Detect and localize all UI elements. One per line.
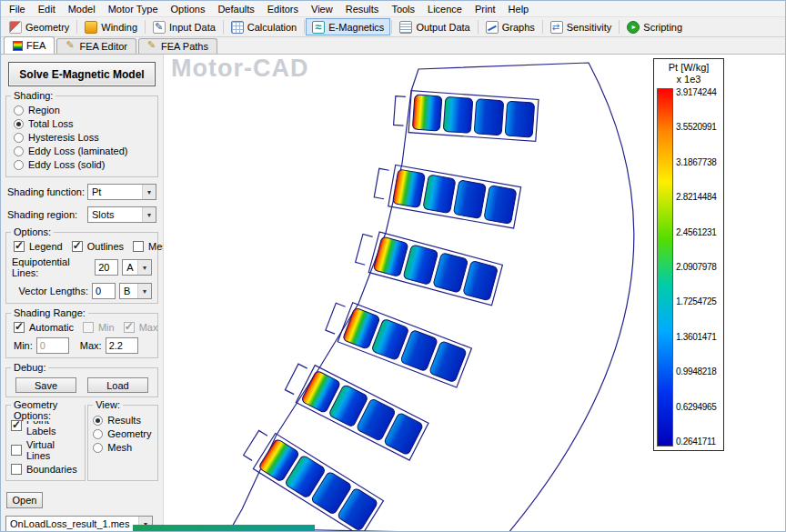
tab-winding[interactable]: Winding [78, 18, 144, 35]
shading-function-select[interactable]: Pt ▾ [87, 184, 156, 200]
radio-indicator[interactable] [93, 443, 103, 453]
radio-label: Eddy Loss (laminated) [28, 146, 127, 156]
radio-region[interactable]: Region [14, 105, 150, 115]
tab-graphs[interactable]: Graphs [479, 18, 541, 35]
max-input[interactable] [106, 337, 138, 354]
menu-tools[interactable]: Tools [385, 2, 421, 16]
radio-label: Eddy Loss (solid) [28, 159, 105, 170]
checkbox-indicator[interactable] [14, 241, 25, 252]
menu-options[interactable]: Options [165, 2, 212, 16]
radio-total-loss[interactable]: Total Loss [14, 118, 150, 129]
load-button[interactable]: Load [87, 377, 148, 393]
radio-indicator[interactable] [93, 429, 103, 439]
checkbox-indicator[interactable] [72, 241, 83, 252]
checkbox-label: Virtual Lines [26, 439, 80, 461]
menu-print[interactable]: Print [469, 2, 502, 16]
checkbox-indicator[interactable] [11, 464, 22, 475]
radio-indicator[interactable] [14, 146, 24, 156]
legend-body: 3.9174244 3.5520991 3.1867738 2.8214484 … [657, 88, 720, 447]
radio-results[interactable]: Results [93, 415, 153, 426]
toolbar-separator [304, 20, 305, 34]
radio-geometry[interactable]: Geometry [93, 428, 153, 439]
vector-lengths-select[interactable]: B ▾ [119, 283, 152, 299]
scripting-icon [627, 21, 640, 34]
checkbox-indicator[interactable] [11, 445, 22, 456]
menu-motor-type[interactable]: Motor Type [102, 2, 165, 16]
result-file-select[interactable]: OnLoadLoss_result_1.mes ▾ [5, 516, 153, 532]
radio-indicator[interactable] [14, 160, 24, 170]
menu-model[interactable]: Model [62, 2, 102, 16]
chevron-down-icon[interactable]: ▾ [137, 260, 151, 275]
checkbox-indicator[interactable] [14, 322, 25, 333]
radio-eddy-loss-laminated[interactable]: Eddy Loss (laminated) [14, 146, 150, 156]
tab-e-magnetics[interactable]: E-Magnetics [306, 18, 390, 35]
radio-indicator[interactable] [14, 119, 24, 129]
slot-group [393, 90, 539, 142]
menu-editors[interactable]: Editors [261, 2, 305, 16]
tab-input-data[interactable]: Input Data [146, 18, 222, 35]
vector-lengths-row: Vector Lengths: B ▾ [12, 283, 152, 299]
legend-subtitle: x 1e3 [657, 74, 720, 85]
chevron-down-icon[interactable]: ▾ [142, 185, 156, 199]
save-button[interactable]: Save [15, 377, 76, 393]
vector-lengths-input[interactable] [92, 283, 116, 299]
tab-sensitivity[interactable]: Sensitivity [544, 18, 619, 35]
checkbox-indicator[interactable] [11, 420, 22, 431]
tab-output-data[interactable]: Output Data [393, 18, 476, 35]
shading-group: Shading: Region Total Loss Hysteresis Lo… [5, 95, 158, 177]
menu-bar: File Edit Model Motor Type Options Defau… [1, 1, 785, 16]
shading-function-row: Shading function: Pt ▾ [7, 184, 156, 200]
open-button[interactable]: Open [6, 492, 43, 508]
tab-label: Output Data [416, 22, 469, 33]
input-data-icon [153, 21, 166, 34]
menu-file[interactable]: File [3, 2, 32, 16]
radio-indicator[interactable] [93, 416, 103, 426]
radio-eddy-loss-solid[interactable]: Eddy Loss (solid) [14, 159, 150, 170]
radio-mesh[interactable]: Mesh [93, 442, 153, 453]
menu-edit[interactable]: Edit [32, 2, 62, 16]
equipotential-lines-input[interactable] [95, 259, 118, 276]
checkbox-outlines[interactable]: Outlines [72, 241, 124, 252]
subtab-fea-paths[interactable]: FEA Paths [138, 38, 217, 54]
checkbox-legend[interactable]: Legend [14, 241, 63, 252]
shading-region-select[interactable]: Slots ▾ [87, 206, 156, 223]
tab-geometry[interactable]: Geometry [3, 18, 76, 35]
radio-label: Hysteresis Loss [28, 132, 99, 143]
radio-indicator[interactable] [14, 105, 24, 115]
shading-range-group: Shading Range: Automatic Min Max Min: [5, 313, 158, 358]
shading-range-checkboxes: Automatic Min Max [14, 322, 150, 333]
tab-label: Input Data [169, 22, 216, 33]
shading-region-label: Shading region: [7, 209, 87, 220]
menu-licence[interactable]: Licence [421, 2, 469, 16]
chevron-down-icon[interactable]: ▾ [137, 284, 151, 298]
subtab-fea[interactable]: FEA [4, 36, 55, 54]
radio-hysteresis-loss[interactable]: Hysteresis Loss [14, 132, 150, 143]
tab-calculation[interactable]: Calculation [225, 18, 303, 35]
menu-defaults[interactable]: Defaults [211, 2, 260, 16]
debug-group: Debug: Save Load [5, 367, 158, 397]
menu-results[interactable]: Results [339, 2, 386, 16]
tab-label: Scripting [643, 22, 682, 33]
checkbox-automatic[interactable]: Automatic [14, 322, 74, 333]
equipotential-select[interactable]: A ▾ [122, 259, 152, 276]
radio-indicator[interactable] [14, 133, 24, 143]
tab-scripting[interactable]: Scripting [620, 18, 689, 35]
subtab-fea-editor[interactable]: FEA Editor [56, 38, 136, 54]
winding-icon [85, 21, 97, 34]
pencil-icon [66, 42, 76, 52]
menu-help[interactable]: Help [502, 2, 536, 16]
slot-group [323, 297, 471, 387]
debug-buttons: Save Load [12, 377, 152, 393]
solve-e-magnetic-model-button[interactable]: Solve E-Magnetic Model [8, 62, 156, 86]
checkbox-indicator[interactable] [133, 241, 144, 252]
menu-view[interactable]: View [305, 2, 339, 16]
checkbox-virtual-lines[interactable]: Virtual Lines [11, 439, 80, 461]
color-scale-bar [657, 88, 673, 447]
chevron-down-icon[interactable]: ▾ [142, 207, 156, 222]
subtab-label: FEA Editor [79, 41, 127, 52]
shading-function-label: Shading function: [7, 186, 87, 197]
checkbox-boundaries[interactable]: Boundaries [11, 464, 80, 475]
tab-label: Geometry [25, 22, 69, 33]
tab-label: Winding [101, 22, 137, 33]
min-max-row: Min: Max: [14, 337, 152, 354]
